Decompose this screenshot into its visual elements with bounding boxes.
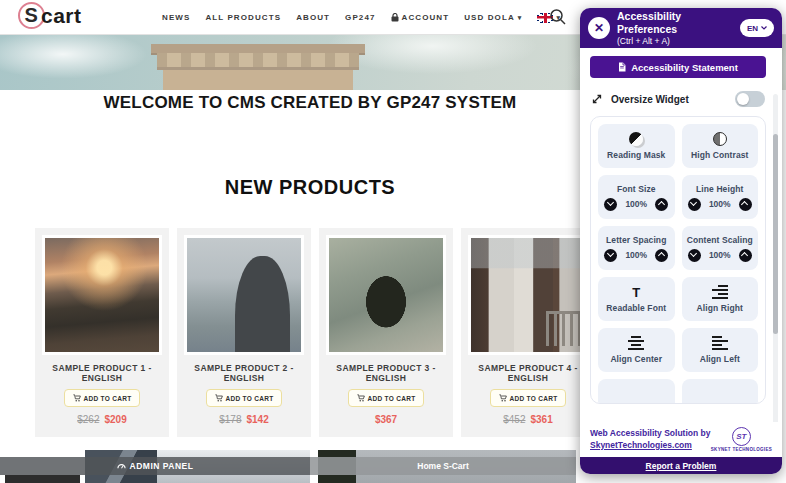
product-card: SAMPLE PRODUCT 1 - ENGLISH ADD TO CART $… bbox=[35, 228, 169, 437]
increase-button[interactable] bbox=[655, 198, 668, 211]
product-image-link[interactable] bbox=[468, 235, 588, 355]
tile-align-right[interactable]: Align Right bbox=[682, 277, 759, 321]
currency-dropdown[interactable]: USD DOLA ▾ bbox=[464, 13, 522, 22]
document-icon bbox=[618, 62, 626, 72]
skynet-brand-logo: ST SKYNET TECHNOLOGIES bbox=[711, 427, 772, 452]
letter-spacing-stepper: 100% bbox=[604, 249, 668, 262]
logo-text: cart bbox=[41, 4, 82, 28]
tile-align-center[interactable]: Align Center bbox=[598, 328, 675, 372]
high-contrast-icon bbox=[713, 132, 727, 146]
product-2-image bbox=[187, 238, 301, 352]
nav-item-gp247[interactable]: GP247 bbox=[345, 13, 375, 22]
tile-label: Align Left bbox=[700, 354, 740, 364]
nav-item-about[interactable]: ABOUT bbox=[296, 13, 330, 22]
accessibility-statement-button[interactable]: Accessibility Statement bbox=[590, 56, 766, 78]
panel-footer-bar: Report a Problem bbox=[580, 457, 782, 474]
nav-item-account[interactable]: ACCOUNT bbox=[391, 13, 450, 22]
increase-button[interactable] bbox=[739, 198, 752, 211]
credit-line-1: Web Accessibility Solution by bbox=[590, 428, 710, 439]
product-card: SAMPLE PRODUCT 2 - ENGLISH ADD TO CART $… bbox=[177, 228, 311, 437]
add-to-cart-button[interactable]: ADD TO CART bbox=[348, 389, 425, 407]
current-price: $209 bbox=[105, 414, 127, 425]
account-label: ACCOUNT bbox=[402, 13, 450, 22]
product-title-link[interactable]: SAMPLE PRODUCT 4 - ENGLISH bbox=[461, 363, 595, 383]
brand-caption: SKYNET TECHNOLOGIES bbox=[711, 447, 772, 452]
main-nav: NEWS ALL PRODUCTS ABOUT GP247 ACCOUNT US… bbox=[162, 0, 561, 35]
decrease-button[interactable] bbox=[604, 249, 617, 262]
site-logo[interactable]: Scart bbox=[18, 2, 82, 29]
oversize-widget-row: Oversize Widget bbox=[591, 91, 765, 107]
old-price: $178 bbox=[219, 414, 241, 425]
skynet-credit-link[interactable]: Web Accessibility Solution by SkynetTech… bbox=[590, 428, 710, 450]
panel-shortcut: (Ctrl + Alt + A) bbox=[617, 36, 733, 46]
accessibility-panel-body: Accessibility Statement Oversize Widget … bbox=[580, 48, 782, 422]
admin-panel-link[interactable]: ADMIN PANEL bbox=[0, 457, 310, 475]
product-image-link[interactable] bbox=[42, 235, 162, 355]
line-height-stepper: 100% bbox=[688, 198, 752, 211]
add-to-cart-button[interactable]: ADD TO CART bbox=[490, 389, 567, 407]
close-icon[interactable]: ✕ bbox=[588, 17, 610, 39]
tile-reading-mask[interactable]: Reading Mask bbox=[598, 124, 675, 168]
tile-align-left[interactable]: Align Left bbox=[682, 328, 759, 372]
tile-content-scaling: Content Scaling 100% bbox=[682, 226, 759, 270]
tile-high-contrast[interactable]: High Contrast bbox=[682, 124, 759, 168]
align-right-icon bbox=[712, 285, 728, 299]
panel-title-block: Accessibility Preferences (Ctrl + Alt + … bbox=[617, 10, 733, 45]
accessibility-panel: ✕ Accessibility Preferences (Ctrl + Alt … bbox=[580, 8, 782, 474]
align-center-icon bbox=[628, 336, 644, 350]
cart-icon bbox=[215, 394, 223, 402]
nav-item-all-products[interactable]: ALL PRODUCTS bbox=[205, 13, 281, 22]
admin-panel-label: ADMIN PANEL bbox=[130, 461, 194, 471]
tile-line-height: Line Height 100% bbox=[682, 175, 759, 219]
add-to-cart-button[interactable]: ADD TO CART bbox=[206, 389, 283, 407]
tile-label: High Contrast bbox=[691, 150, 749, 160]
tile-label: Content Scaling bbox=[687, 235, 753, 245]
product-title-link[interactable]: SAMPLE PRODUCT 2 - ENGLISH bbox=[177, 363, 311, 383]
tile-label: Letter Spacing bbox=[606, 235, 666, 245]
panel-scrollbar bbox=[773, 94, 778, 422]
accessibility-tiles: Reading Mask High Contrast Font Size 100… bbox=[590, 116, 766, 404]
home-scart-label: Home S-Cart bbox=[417, 461, 468, 471]
content-scaling-stepper: 100% bbox=[688, 249, 752, 262]
search-icon[interactable] bbox=[549, 8, 567, 26]
product-title-link[interactable]: SAMPLE PRODUCT 3 - ENGLISH bbox=[319, 363, 453, 383]
report-problem-link[interactable]: Report a Problem bbox=[646, 461, 717, 471]
home-scart-link[interactable]: Home S-Cart bbox=[310, 457, 576, 475]
st-logo-icon: ST bbox=[732, 427, 751, 446]
tile-readable-font[interactable]: T Readable Font bbox=[598, 277, 675, 321]
oversize-widget-label: Oversize Widget bbox=[611, 94, 727, 105]
tile-label: Align Center bbox=[610, 354, 662, 364]
tile-label: Reading Mask bbox=[607, 150, 665, 160]
decrease-button[interactable] bbox=[688, 249, 701, 262]
language-selector[interactable]: EN bbox=[740, 19, 774, 37]
product-image-link[interactable] bbox=[326, 235, 446, 355]
dashboard-icon bbox=[117, 462, 126, 470]
reading-mask-icon bbox=[629, 132, 643, 146]
increase-button[interactable] bbox=[739, 249, 752, 262]
new-products-heading: NEW PRODUCTS bbox=[0, 176, 620, 199]
oversize-widget-toggle[interactable] bbox=[735, 91, 765, 107]
banner-image-edge bbox=[5, 475, 80, 483]
language-code: EN bbox=[747, 24, 758, 33]
tile-letter-spacing: Letter Spacing 100% bbox=[598, 226, 675, 270]
cart-icon bbox=[73, 394, 81, 402]
decrease-button[interactable] bbox=[688, 198, 701, 211]
price-row: $178$142 bbox=[177, 414, 311, 425]
increase-button[interactable] bbox=[655, 249, 668, 262]
old-price: $452 bbox=[503, 414, 525, 425]
current-price: $142 bbox=[247, 414, 269, 425]
product-card: SAMPLE PRODUCT 3 - ENGLISH ADD TO CART $… bbox=[319, 228, 453, 437]
accessibility-statement-label: Accessibility Statement bbox=[631, 62, 738, 73]
tile-partial[interactable] bbox=[682, 379, 759, 404]
stepper-value: 100% bbox=[625, 250, 647, 260]
product-image-link[interactable] bbox=[184, 235, 304, 355]
tile-partial[interactable] bbox=[598, 379, 675, 404]
tile-label: Font Size bbox=[617, 184, 656, 194]
stepper-value: 100% bbox=[709, 199, 731, 209]
add-to-cart-button[interactable]: ADD TO CART bbox=[64, 389, 141, 407]
panel-scrollbar-thumb[interactable] bbox=[773, 134, 778, 334]
decrease-button[interactable] bbox=[604, 198, 617, 211]
nav-item-news[interactable]: NEWS bbox=[162, 13, 190, 22]
product-title-link[interactable]: SAMPLE PRODUCT 1 - ENGLISH bbox=[35, 363, 169, 383]
align-left-icon bbox=[712, 336, 728, 350]
